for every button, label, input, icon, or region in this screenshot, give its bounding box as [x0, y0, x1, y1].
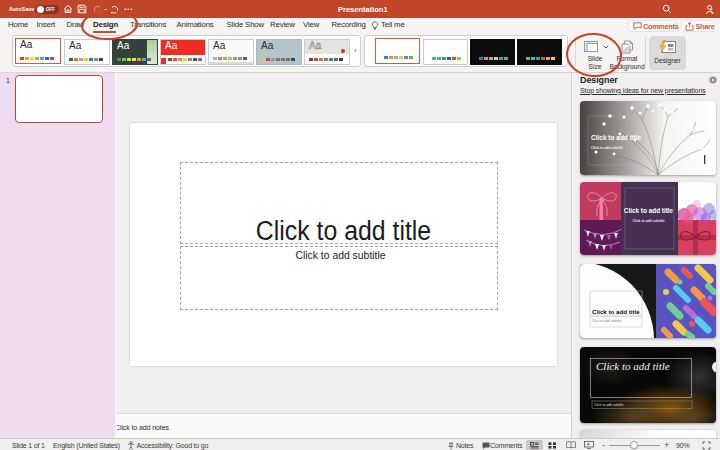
- svg-text:Click to add title: Click to add title: [596, 360, 670, 372]
- svg-text:Click to add title: Click to add title: [591, 134, 642, 141]
- svg-text:Click to add subtitle: Click to add subtitle: [592, 319, 622, 323]
- svg-text:Click to add subtitle: Click to add subtitle: [591, 146, 623, 150]
- svg-text:Click to add title: Click to add title: [624, 207, 674, 214]
- svg-text:Click to add title: Click to add title: [592, 308, 640, 315]
- svg-text:Click to add subtitle: Click to add subtitle: [594, 403, 624, 407]
- svg-text:Click to add subtitle: Click to add subtitle: [632, 219, 664, 223]
